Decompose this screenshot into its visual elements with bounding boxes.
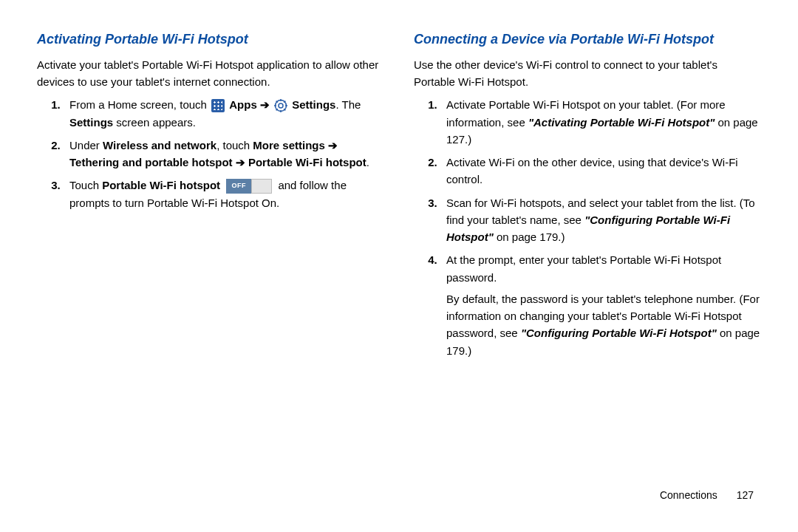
- right-column: Connecting a Device via Portable Wi-Fi H…: [414, 30, 761, 365]
- right-step-4: At the prompt, enter your tablet's Porta…: [443, 251, 761, 359]
- text: on page 179.): [494, 231, 565, 243]
- footer-section: Connections: [660, 489, 717, 501]
- text: Activate Wi-Fi on the other device, usin…: [446, 156, 738, 185]
- arrow-icon: ➔: [260, 98, 273, 111]
- heading-connecting: Connecting a Device via Portable Wi-Fi H…: [414, 30, 761, 50]
- text: . The: [335, 98, 361, 111]
- heading-activating: Activating Portable Wi-Fi Hotspot: [37, 30, 384, 50]
- left-step-3: Touch Portable Wi-Fi hotspot OFF and fol…: [66, 177, 384, 211]
- text: screen appears.: [113, 116, 196, 129]
- portable-wifi-hotspot-label: Portable Wi-Fi hotspot: [248, 156, 366, 168]
- intro-left: Activate your tablet's Portable Wi-Fi Ho…: [37, 56, 384, 91]
- right-step-1: Activate Portable Wi-Fi Hotspot on your …: [443, 96, 761, 148]
- footer-page-number: 127: [737, 489, 754, 501]
- arrow-icon: ➔: [233, 156, 248, 168]
- right-step-3: Scan for Wi-Fi hotspots, and select your…: [443, 194, 761, 246]
- intro-right: Use the other device's Wi-Fi control to …: [414, 56, 761, 91]
- cross-reference: "Activating Portable Wi-Fi Hotspot": [528, 116, 715, 129]
- text: Touch: [69, 179, 102, 191]
- page-footer: Connections 127: [660, 488, 754, 504]
- settings-label: Settings: [292, 98, 335, 111]
- text: From a Home screen, touch: [69, 98, 210, 111]
- tethering-label: Tethering and portable hotspot: [69, 156, 233, 168]
- cross-reference: "Configuring Portable Wi-Fi Hotspot": [521, 327, 717, 339]
- off-toggle-off-label: OFF: [226, 179, 251, 194]
- svg-point-1: [279, 103, 283, 108]
- off-toggle-icon: OFF: [226, 179, 272, 194]
- left-step-1: From a Home screen, touch Apps ➔ Setting…: [66, 96, 384, 131]
- left-column: Activating Portable Wi-Fi Hotspot Activa…: [37, 30, 384, 365]
- left-step-2: Under Wireless and network, touch More s…: [66, 137, 384, 171]
- text: Under: [69, 139, 103, 151]
- text: .: [366, 156, 369, 168]
- portable-wifi-hotspot-label: Portable Wi-Fi hotspot: [102, 179, 220, 191]
- arrow-icon: ➔: [325, 139, 338, 151]
- password-note: By default, the password is your tablet'…: [446, 290, 761, 359]
- settings-icon: [274, 99, 287, 112]
- text: At the prompt, enter your tablet's Porta…: [446, 253, 721, 283]
- apps-icon: [211, 99, 225, 112]
- off-toggle-knob: [251, 179, 272, 194]
- text: , touch: [216, 139, 253, 151]
- more-settings-label: More settings: [253, 139, 325, 151]
- right-step-2: Activate Wi-Fi on the other device, usin…: [443, 154, 761, 188]
- wireless-network-label: Wireless and network: [103, 139, 216, 151]
- apps-label: Apps: [229, 98, 257, 111]
- settings-label-2: Settings: [69, 116, 113, 129]
